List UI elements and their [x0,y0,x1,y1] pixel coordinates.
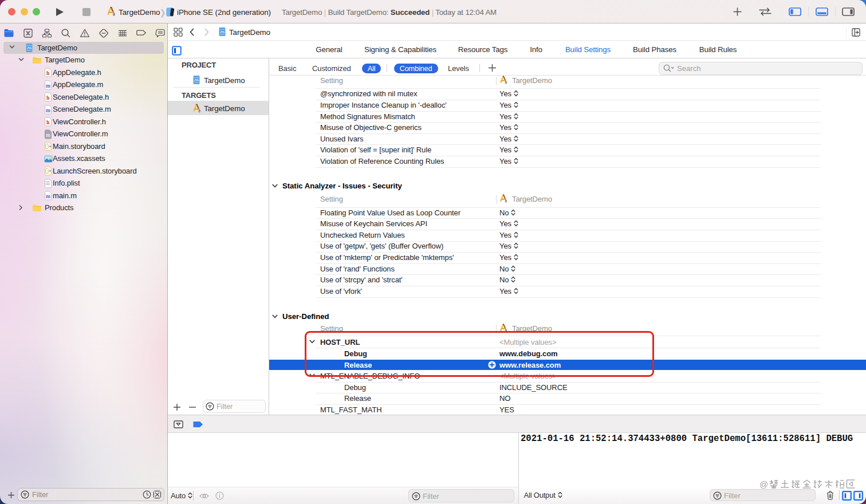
svg-text:m: m [46,107,50,113]
svg-text:@: @ [759,479,768,489]
svg-text:m: m [46,194,50,199]
svg-text:m: m [46,82,50,88]
svg-text:h: h [46,70,50,76]
svg-text:h: h [46,95,50,101]
svg-text:h: h [46,120,50,125]
svg-text:m: m [46,132,50,137]
